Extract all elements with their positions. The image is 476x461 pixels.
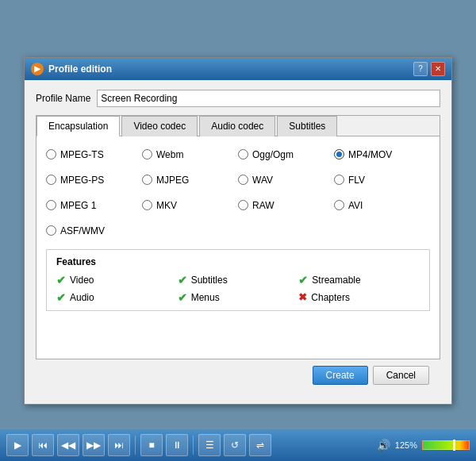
option-raw[interactable]: RAW — [238, 200, 334, 211]
radio-raw[interactable] — [238, 200, 248, 210]
cross-chapters-icon: ✖ — [298, 291, 307, 303]
prev-button[interactable]: ⏮ — [32, 434, 54, 456]
radio-avi[interactable] — [334, 200, 344, 210]
tab-encapsulation[interactable]: Encapsulation — [36, 116, 120, 136]
option-mpeg-ts[interactable]: MPEG-TS — [46, 149, 142, 160]
playlist-button[interactable]: ☰ — [198, 434, 221, 456]
tab-subtitles[interactable]: Subtitles — [277, 116, 337, 136]
tab-bar: Encapsulation Video codec Audio codec Su… — [36, 116, 440, 136]
feature-menus-label: Menus — [191, 292, 220, 303]
play-button[interactable]: ▶ — [6, 434, 29, 456]
radio-ogg[interactable] — [238, 149, 248, 159]
feature-subtitles-label: Subtitles — [191, 275, 228, 286]
label-ogg: Ogg/Ogm — [252, 149, 294, 160]
check-streamable-icon: ✔ — [298, 274, 308, 286]
pause-button[interactable]: ⏸ — [166, 434, 188, 456]
profile-name-row: Profile Name — [36, 90, 440, 107]
label-raw: RAW — [252, 200, 274, 211]
title-bar-buttons: ? ✕ — [413, 62, 445, 76]
label-mpeg1: MPEG 1 — [60, 200, 96, 211]
features-title: Features — [56, 256, 420, 267]
feature-subtitles: ✔ Subtitles — [178, 274, 299, 286]
radio-webm[interactable] — [142, 149, 152, 159]
volume-marker — [453, 440, 455, 451]
label-mpeg-ts: MPEG-TS — [60, 149, 104, 160]
taskbar: ▶ ⏮ ◀◀ ▶▶ ⏭ ■ ⏸ ☰ ↺ ⇌ 🔊 125% — [0, 429, 476, 461]
radio-wav[interactable] — [238, 175, 248, 185]
label-mpeg-ps: MPEG-PS — [60, 175, 104, 186]
taskbar-divider-2 — [193, 436, 194, 455]
tab-video-codec[interactable]: Video codec — [121, 116, 198, 136]
stop-button[interactable]: ■ — [140, 434, 163, 456]
label-webm: Webm — [156, 149, 183, 160]
radio-mpeg-ps[interactable] — [46, 175, 56, 185]
profile-name-label: Profile Name — [36, 93, 90, 104]
option-mpeg1[interactable]: MPEG 1 — [46, 200, 142, 211]
radio-flv[interactable] — [334, 175, 344, 185]
label-flv: FLV — [348, 175, 365, 186]
feature-audio: ✔ Audio — [56, 291, 178, 304]
feature-video: ✔ Video — [56, 274, 178, 286]
feature-streamable-label: Streamable — [312, 275, 360, 286]
tab-audio-codec[interactable]: Audio codec — [199, 116, 275, 136]
radio-mjpeg[interactable] — [142, 175, 152, 185]
forward-button[interactable]: ▶▶ — [83, 434, 105, 456]
window-title: Profile edition — [48, 63, 112, 75]
option-webm[interactable]: Webm — [142, 149, 238, 160]
option-mp4[interactable]: MP4/MOV — [334, 149, 430, 160]
profile-name-input[interactable] — [97, 90, 440, 107]
tabs-container: Encapsulation Video codec Audio codec Su… — [36, 115, 440, 359]
radio-mkv[interactable] — [142, 200, 152, 210]
encapsulation-options-grid: MPEG-TS Webm Ogg/Ogm MP4/MOV — [46, 149, 430, 236]
check-menus-icon: ✔ — [178, 291, 187, 304]
label-mkv: MKV — [156, 200, 177, 211]
check-subtitles-icon: ✔ — [178, 274, 187, 286]
feature-audio-label: Audio — [70, 292, 94, 303]
radio-asfwmv[interactable] — [46, 225, 56, 236]
bottom-bar: Create Cancel — [36, 359, 440, 394]
profile-edition-window: ▶ Profile edition ? ✕ Profile Name Encap… — [24, 57, 452, 405]
taskbar-divider-1 — [135, 436, 136, 455]
feature-streamable: ✔ Streamable — [298, 274, 420, 286]
option-avi[interactable]: AVI — [334, 200, 430, 211]
radio-mpeg1[interactable] — [46, 200, 56, 210]
rewind-button[interactable]: ◀◀ — [57, 434, 79, 456]
feature-chapters: ✖ Chapters — [298, 291, 420, 304]
volume-percent: 125% — [395, 440, 417, 450]
feature-chapters-label: Chapters — [311, 292, 350, 303]
label-asfwmv: ASF/WMV — [60, 225, 105, 236]
volume-area: 🔊 125% — [377, 439, 470, 451]
help-button[interactable]: ? — [413, 62, 428, 76]
repeat-button[interactable]: ↺ — [224, 434, 246, 456]
features-section: Features ✔ Video ✔ Subtitles ✔ Streamabl — [46, 249, 430, 311]
cancel-button[interactable]: Cancel — [373, 366, 429, 385]
title-bar-left: ▶ Profile edition — [31, 63, 112, 75]
option-ogg[interactable]: Ogg/Ogm — [238, 149, 334, 160]
window-content: Profile Name Encapsulation Video codec A… — [25, 80, 451, 404]
label-mjpeg: MJPEG — [156, 175, 189, 186]
label-avi: AVI — [348, 200, 363, 211]
encapsulation-tab-content: MPEG-TS Webm Ogg/Ogm MP4/MOV — [36, 136, 440, 359]
option-asfwmv[interactable]: ASF/WMV — [46, 225, 142, 236]
next-button[interactable]: ⏭ — [108, 434, 130, 456]
vlc-icon: ▶ — [31, 63, 44, 75]
option-wav[interactable]: WAV — [238, 175, 334, 186]
radio-mpeg-ts[interactable] — [46, 149, 56, 159]
create-button[interactable]: Create — [313, 366, 368, 385]
features-grid: ✔ Video ✔ Subtitles ✔ Streamable ✔ — [56, 274, 420, 304]
close-button[interactable]: ✕ — [431, 62, 445, 76]
option-mpeg-ps[interactable]: MPEG-PS — [46, 175, 142, 186]
option-flv[interactable]: FLV — [334, 175, 430, 186]
radio-mp4[interactable] — [334, 149, 344, 159]
label-wav: WAV — [252, 175, 273, 186]
option-mjpeg[interactable]: MJPEG — [142, 175, 238, 186]
feature-menus: ✔ Menus — [178, 291, 299, 304]
volume-icon: 🔊 — [377, 439, 390, 451]
check-audio-icon: ✔ — [56, 291, 66, 304]
feature-video-label: Video — [70, 275, 94, 286]
label-mp4: MP4/MOV — [348, 149, 392, 160]
random-button[interactable]: ⇌ — [249, 434, 271, 456]
check-video-icon: ✔ — [56, 274, 66, 286]
option-mkv[interactable]: MKV — [142, 200, 238, 211]
volume-bar[interactable] — [422, 440, 470, 450]
